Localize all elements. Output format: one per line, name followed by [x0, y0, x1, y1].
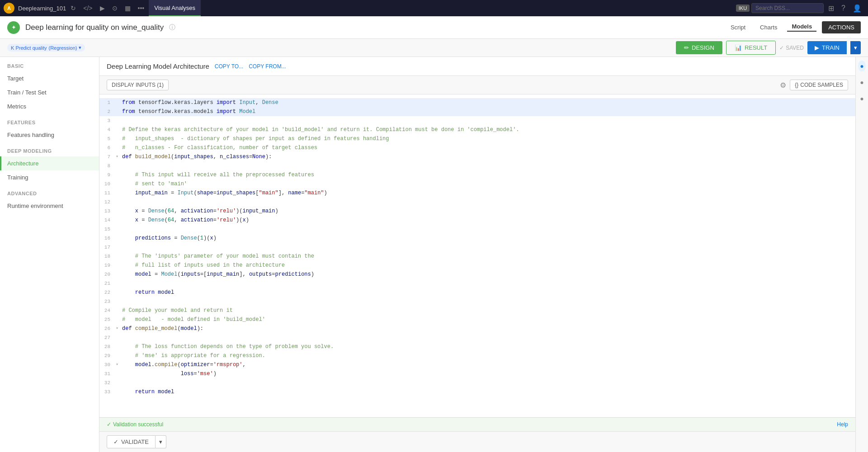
code-line: 4 # Define the keras architecture of you…	[99, 125, 855, 134]
code-line: 18 # The 'inputs' parameter of your mode…	[99, 252, 855, 261]
display-inputs-bar: DISPLAY INPUTS (1) ⚙ {} CODE SAMPLES	[99, 76, 855, 94]
code-line: 11 input_main = Input(shape=input_shapes…	[99, 188, 855, 198]
code-editor[interactable]: 1 from tensorflow.keras.layers import In…	[99, 94, 855, 417]
code-line: 29 # 'mse' is appropriate for a regressi…	[99, 351, 855, 360]
predict-badge[interactable]: K Predict quality (Regression) ▾	[7, 44, 85, 52]
code-line: 2 from tensorflow.keras.models import Mo…	[99, 107, 855, 116]
play-icon[interactable]: ▶	[97, 5, 108, 12]
train-dropdown-button[interactable]: ▾	[850, 41, 861, 54]
design-label: DESIGN	[692, 44, 714, 51]
script-link[interactable]: Script	[726, 24, 750, 31]
code-line: 20 model = Model(inputs=[input_main], ou…	[99, 270, 855, 279]
train-icon: ▶	[815, 44, 819, 51]
code-line: 25 # model - model defined in 'build_mod…	[99, 315, 855, 324]
result-icon: 📊	[735, 44, 742, 51]
code-line: 7 ▾ def build_model(input_shapes, n_clas…	[99, 152, 855, 161]
regression-label: (Regression)	[48, 45, 77, 51]
code-line: 8	[99, 161, 855, 170]
right-panel-icon-2[interactable]: ●	[858, 77, 865, 88]
code-line: 30 ▾ model.compile(optimizer='rmsprop',	[99, 360, 855, 369]
train-button[interactable]: ▶ TRAIN	[807, 41, 847, 54]
check-icon: ✓	[779, 45, 784, 51]
bottom-bar: ✓ Validation successful Help	[99, 417, 855, 431]
info-icon[interactable]: ⓘ	[169, 24, 175, 32]
help-icon[interactable]: ?	[839, 4, 848, 12]
sidebar-item-target[interactable]: Target	[0, 71, 99, 85]
app-green-logo: ✦	[7, 21, 20, 34]
right-panel: Deep Learning Model Architecture COPY TO…	[99, 57, 855, 452]
code-line: 24 # Compile your model and return it	[99, 306, 855, 315]
project-name: Deeplearning_101	[18, 5, 66, 12]
database-icon[interactable]: ⊙	[109, 5, 120, 12]
main-content: BASIC Target Train / Test Set Metrics FE…	[0, 57, 868, 452]
code-line: 33 return model	[99, 387, 855, 396]
code-area-title: Deep Learning Model Architecture	[107, 62, 209, 70]
code-line: 3	[99, 116, 855, 125]
actions-button[interactable]: ACTIONS	[822, 21, 861, 33]
code-line: 6 # n_classes - For classification, numb…	[99, 143, 855, 152]
code-line: 13 x = Dense(64, activation='relu')(inpu…	[99, 207, 855, 216]
top-nav: A Deeplearning_101 ↻ </> ▶ ⊙ ▦ ••• Visua…	[0, 0, 868, 16]
sidebar-item-train-test[interactable]: Train / Test Set	[0, 85, 99, 99]
validate-bar: ✓ VALIDATE ▾	[99, 431, 855, 452]
features-section-label: FEATURES	[0, 113, 99, 128]
code-line: 1 from tensorflow.keras.layers import In…	[99, 98, 855, 107]
validation-message: Validation successful	[113, 421, 163, 428]
code-line: 21	[99, 279, 855, 288]
code-icon[interactable]: </>	[80, 5, 95, 12]
code-line: 26 ▾ def compile_model(model):	[99, 324, 855, 333]
chevron-down-icon: ▾	[79, 45, 81, 51]
predict-label: K Predict quality	[11, 45, 47, 51]
saved-label: ✓ SAVED	[779, 45, 804, 51]
code-line: 28 # The loss function depends on the ty…	[99, 342, 855, 351]
copy-from-link[interactable]: COPY FROM...	[249, 63, 286, 70]
models-link[interactable]: Models	[787, 23, 816, 32]
validate-button[interactable]: ✓ VALIDATE	[107, 435, 156, 448]
code-samples-button[interactable]: {} CODE SAMPLES	[790, 80, 848, 90]
settings-icon[interactable]: ⚙	[780, 81, 786, 89]
code-line: 9 # This input will receive all the prep…	[99, 170, 855, 179]
copy-to-link[interactable]: COPY TO...	[215, 63, 243, 70]
title-bar: ✦ Deep learning for quality on wine_qual…	[0, 16, 868, 39]
deep-modeling-section-label: DEEP MODELING	[0, 142, 99, 156]
braces-icon: {}	[795, 82, 798, 88]
advanced-section-label: ADVANCED	[0, 184, 99, 199]
help-link[interactable]: Help	[837, 421, 848, 428]
design-icon: ✏	[684, 44, 689, 51]
search-input[interactable]	[751, 3, 824, 13]
sidebar-item-metrics[interactable]: Metrics	[0, 99, 99, 113]
train-label: TRAIN	[822, 44, 840, 51]
grid-icon[interactable]: ⊞	[826, 4, 837, 13]
page-title: Deep learning for quality on wine_qualit…	[25, 23, 164, 32]
code-line: 19 # full list of inputs used in the arc…	[99, 261, 855, 270]
sidebar-item-architecture[interactable]: Architecture	[0, 156, 99, 170]
subtitle-bar: K Predict quality (Regression) ▾ ✏ DESIG…	[0, 39, 868, 57]
user-icon[interactable]: 👤	[850, 4, 864, 13]
code-line: 32	[99, 378, 855, 387]
code-line: 5 # input_shapes - dictionary of shapes …	[99, 134, 855, 143]
validation-status: ✓ Validation successful	[107, 421, 163, 428]
checkmark-icon: ✓	[107, 421, 111, 428]
result-button[interactable]: 📊 RESULT	[726, 41, 776, 55]
table-icon[interactable]: ▦	[122, 5, 133, 12]
iku-badge: IKU	[736, 5, 750, 12]
sidebar-item-training[interactable]: Training	[0, 170, 99, 184]
code-line: 10 # sent to 'main'	[99, 179, 855, 188]
check-icon: ✓	[113, 438, 118, 445]
charts-link[interactable]: Charts	[755, 24, 782, 31]
code-header: Deep Learning Model Architecture COPY TO…	[99, 57, 855, 76]
more-icon[interactable]: •••	[135, 5, 147, 12]
active-tab[interactable]: Visual Analyses	[149, 0, 201, 16]
code-line: 17	[99, 243, 855, 252]
sidebar: BASIC Target Train / Test Set Metrics FE…	[0, 57, 99, 452]
right-panel-icon-1[interactable]: ●	[858, 61, 865, 71]
design-button[interactable]: ✏ DESIGN	[676, 41, 722, 54]
refresh-icon[interactable]: ↻	[68, 5, 79, 12]
sidebar-item-features-handling[interactable]: Features handling	[0, 128, 99, 142]
sidebar-item-runtime[interactable]: Runtime environment	[0, 199, 99, 213]
basic-section-label: BASIC	[0, 57, 99, 71]
display-inputs-button[interactable]: DISPLAY INPUTS (1)	[107, 80, 169, 90]
right-panel-icon-3[interactable]: ●	[858, 93, 865, 104]
validate-dropdown-button[interactable]: ▾	[156, 435, 166, 448]
code-samples-label: CODE SAMPLES	[800, 82, 843, 88]
